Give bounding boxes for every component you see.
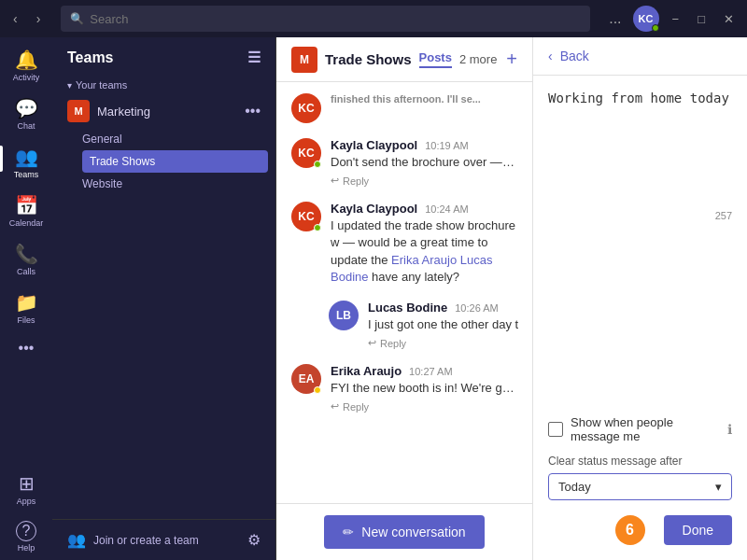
msg-text: FYI the new booth is in! We're going dow… [331, 380, 517, 397]
msg-header: Erika Araujo 10:27 AM [331, 364, 517, 378]
sidebar-item-files[interactable]: 📁 Files [0, 284, 52, 332]
reply-button[interactable]: ↩ Reply [331, 175, 517, 187]
sidebar-item-calendar[interactable]: 📅 Calendar [0, 187, 52, 235]
help-icon: ? [16, 521, 36, 541]
join-team-button[interactable]: 👥 Join or create a team [67, 531, 199, 549]
chat-messages: KC finished this afternoon. I'll se... K… [276, 82, 532, 503]
chat-icon: 💬 [15, 97, 38, 119]
reply-icon: ↩ [331, 175, 339, 187]
more-options-button[interactable]: ... [605, 7, 625, 31]
list-item: LB Lucas Bodine 10:26 AM I just got one … [291, 301, 517, 349]
status-header: ‹ Back [533, 37, 747, 76]
msg-header: Kayla Claypool 10:24 AM [331, 202, 517, 216]
msg-content: Lucas Bodine 10:26 AM I just got one the… [368, 301, 518, 349]
search-bar[interactable]: 🔍 [61, 6, 590, 32]
back-button[interactable]: ‹ [548, 49, 553, 63]
main-layout: 🔔 Activity 💬 Chat 👥 Teams 📅 Calendar 📞 C… [0, 37, 747, 560]
sidebar-item-calls[interactable]: 📞 Calls [0, 235, 52, 284]
title-bar-right: ... KC − □ ✕ [605, 6, 740, 32]
avatar: KC [291, 202, 321, 231]
show-when-checkbox[interactable] [548, 422, 563, 437]
tab-posts[interactable]: Posts [419, 50, 452, 68]
join-icon: 👥 [67, 531, 86, 549]
channel-general[interactable]: General [82, 128, 275, 150]
sidebar-item-chat[interactable]: 💬 Chat [0, 90, 52, 138]
notification-wrapper: 6 [615, 515, 645, 545]
msg-author: Kayla Claypool [331, 202, 417, 216]
team-marketing[interactable]: M Marketing ••• [52, 94, 275, 128]
list-item: EA Erika Araujo 10:27 AM FYI the new boo… [291, 364, 517, 413]
channel-list: General Trade Shows Website [52, 128, 275, 195]
sidebar-item-help[interactable]: ? Help [0, 513, 52, 560]
sidebar-item-more[interactable]: ••• [0, 332, 52, 364]
status-message-input[interactable] [548, 91, 732, 203]
msg-author: finished this afternoon. I'll se... [331, 93, 481, 105]
maximize-button[interactable]: □ [692, 10, 711, 28]
msg-header: finished this afternoon. I'll se... [331, 93, 517, 105]
back-nav-button[interactable]: ‹ [7, 7, 23, 30]
search-icon: 🔍 [70, 12, 84, 25]
tab-more[interactable]: 2 more [459, 52, 497, 66]
msg-content: finished this afternoon. I'll se... [331, 93, 517, 123]
back-label[interactable]: Back [560, 49, 589, 63]
chat-footer: ✏ New conversation [276, 503, 532, 560]
done-button[interactable]: Done [664, 515, 732, 545]
avatar: EA [291, 364, 321, 394]
calls-icon: 📞 [15, 243, 38, 265]
mention-erika[interactable]: Erika Araujo [391, 253, 457, 267]
team-avatar: M [67, 100, 90, 122]
sidebar-item-activity[interactable]: 🔔 Activity [0, 41, 52, 90]
reply-button[interactable]: ↩ Reply [331, 400, 517, 413]
filter-icon[interactable]: ☰ [247, 49, 261, 66]
msg-content: Kayla Claypool 10:19 AM Don't send the b… [331, 138, 517, 187]
minimize-button[interactable]: − [667, 10, 685, 28]
list-item: KC Kayla Claypool 10:19 AM Don't send th… [291, 138, 517, 187]
online-status-dot [314, 386, 321, 394]
activity-icon: 🔔 [15, 49, 38, 71]
files-icon: 📁 [15, 291, 38, 314]
channel-trade-shows[interactable]: Trade Shows [82, 150, 268, 173]
status-panel: ‹ Back 257 Show when people message me ℹ… [532, 37, 747, 560]
compose-icon: ✏ [343, 525, 354, 539]
apps-icon: ⊞ [19, 472, 35, 495]
msg-content: Kayla Claypool 10:24 AM I updated the tr… [331, 202, 517, 286]
teams-title: Teams [67, 49, 114, 66]
avatar: KC [291, 138, 321, 168]
info-icon[interactable]: ℹ [727, 422, 732, 437]
team-more-icon[interactable]: ••• [245, 103, 261, 119]
your-teams-section[interactable]: ▾ Your teams [52, 74, 275, 94]
sidebar-item-teams[interactable]: 👥 Teams [0, 138, 52, 187]
clear-after-dropdown[interactable]: Today ▾ [548, 473, 732, 500]
msg-time: 10:27 AM [409, 366, 452, 377]
teams-icon: 👥 [15, 146, 38, 168]
msg-time: 10:19 AM [425, 140, 468, 151]
msg-header: Lucas Bodine 10:26 AM [368, 301, 518, 315]
new-conversation-button[interactable]: ✏ New conversation [324, 515, 484, 549]
avatar: KC [291, 93, 321, 123]
avatar[interactable]: KC [633, 6, 659, 32]
settings-icon[interactable]: ⚙ [247, 531, 261, 549]
char-count: 257 [548, 210, 732, 221]
show-when-row: Show when people message me ℹ [548, 415, 732, 443]
teams-header-actions: ☰ [247, 49, 261, 66]
online-status-dot [652, 24, 659, 32]
msg-time: 10:24 AM [425, 203, 468, 215]
sidebar-item-apps[interactable]: ⊞ Apps [0, 465, 52, 513]
msg-author: Lucas Bodine [368, 301, 447, 315]
reply-button[interactable]: ↩ Reply [368, 337, 518, 349]
msg-text: I updated the trade show brochure w — wo… [331, 217, 517, 286]
show-when-label: Show when people message me [571, 415, 720, 443]
add-tab-button[interactable]: + [506, 49, 517, 70]
table-row: KC finished this afternoon. I'll se... [291, 93, 517, 123]
icon-sidebar: 🔔 Activity 💬 Chat 👥 Teams 📅 Calendar 📞 C… [0, 37, 52, 560]
search-input[interactable] [90, 12, 581, 26]
channel-website[interactable]: Website [82, 173, 275, 195]
forward-nav-button[interactable]: › [31, 7, 47, 30]
avatar: LB [329, 301, 359, 330]
list-item: KC Kayla Claypool 10:24 AM I updated the… [291, 202, 517, 286]
msg-time: 10:26 AM [455, 302, 498, 314]
msg-text: Don't send the brochure over — I'll find… [331, 154, 517, 171]
reply-icon: ↩ [368, 337, 376, 349]
msg-content: Erika Araujo 10:27 AM FYI the new booth … [331, 364, 517, 413]
close-button[interactable]: ✕ [718, 10, 740, 28]
